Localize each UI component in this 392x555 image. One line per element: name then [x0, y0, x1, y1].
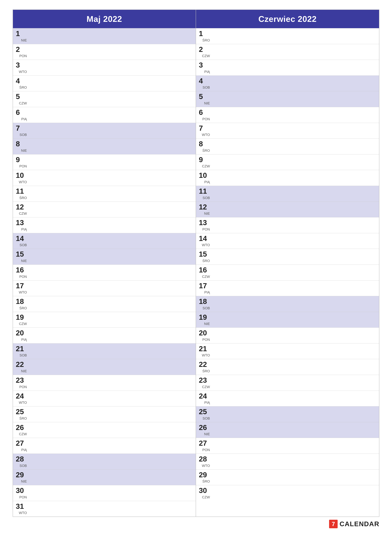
day-number: 27 — [16, 439, 27, 447]
day-row: 23PON — [13, 375, 196, 391]
day-number: 16 — [199, 266, 210, 274]
day-row: 2PON — [13, 44, 196, 60]
svg-text:7: 7 — [332, 521, 335, 527]
day-row: 7WTO — [196, 123, 379, 139]
day-number: 31 — [16, 502, 27, 510]
day-cell: 21SOB — [16, 345, 27, 358]
day-row: 11ŚRO — [13, 186, 196, 202]
day-cell: 28SOB — [16, 455, 27, 468]
day-number: 8 — [199, 140, 210, 148]
day-cell: 17WTO — [16, 282, 27, 295]
day-number: 24 — [16, 392, 27, 400]
may-header: Maj 2022 — [13, 10, 196, 28]
day-cell: 19NIE — [199, 313, 210, 326]
day-name: PIĄ — [204, 70, 210, 73]
day-number: 13 — [199, 219, 210, 227]
day-number: 10 — [199, 171, 210, 179]
day-name: ŚRO — [202, 259, 210, 263]
footer: 7 CALENDAR — [13, 517, 379, 528]
day-number: 26 — [16, 424, 27, 431]
day-name: SOB — [203, 196, 210, 200]
day-row: 21SOB — [13, 343, 196, 359]
day-number: 28 — [16, 455, 27, 463]
day-row: 18SOB — [196, 296, 379, 312]
day-number: 13 — [16, 219, 27, 227]
day-cell: 27PON — [199, 439, 210, 452]
day-number: 4 — [16, 77, 27, 85]
day-name: PIĄ — [21, 228, 27, 231]
day-name: PON — [19, 496, 27, 499]
day-number: 1 — [199, 29, 210, 38]
day-row: 25ŚRO — [13, 406, 196, 422]
day-name: CZW — [202, 165, 210, 168]
day-name: PON — [19, 54, 27, 58]
day-cell: 23PON — [16, 376, 27, 389]
day-cell: 6PIĄ — [16, 108, 27, 122]
day-name: PON — [19, 275, 27, 278]
day-number: 30 — [199, 487, 210, 495]
day-row: 14WTO — [196, 233, 379, 249]
day-name: ŚRO — [19, 86, 27, 89]
day-cell: 10PIĄ — [199, 171, 210, 184]
day-number: 2 — [16, 45, 27, 53]
day-row: 24PIĄ — [196, 391, 379, 406]
day-row: 26CZW — [13, 422, 196, 438]
day-number: 17 — [16, 282, 27, 290]
day-name: SOB — [20, 354, 27, 357]
day-row: 4SOB — [196, 75, 379, 91]
day-row: 3WTO — [13, 60, 196, 75]
day-row: 25SOB — [196, 406, 379, 422]
day-cell: 26NIE — [199, 424, 210, 437]
day-row: 10WTO — [13, 170, 196, 186]
day-cell: 3WTO — [16, 61, 27, 74]
day-number: 9 — [16, 156, 27, 164]
day-number: 9 — [199, 156, 210, 164]
day-name: WTO — [19, 401, 27, 404]
day-number: 16 — [16, 266, 27, 274]
day-row: 22NIE — [13, 359, 196, 375]
day-cell: 1ŚRO — [199, 29, 210, 43]
day-cell: 14SOB — [16, 234, 27, 248]
day-name: ŚRO — [19, 196, 27, 200]
day-name: NIE — [21, 480, 27, 483]
day-name: NIE — [204, 102, 210, 105]
day-name: SOB — [203, 86, 210, 89]
day-number: 5 — [199, 93, 210, 101]
day-name: NIE — [204, 322, 210, 326]
day-name: CZW — [19, 322, 27, 326]
day-row: 1ŚRO — [196, 28, 379, 44]
day-name: CZW — [202, 385, 210, 389]
day-row: 26NIE — [196, 422, 379, 438]
day-number: 2 — [199, 45, 210, 53]
day-name: ŚRO — [202, 149, 210, 152]
day-row: 8ŚRO — [196, 139, 379, 154]
day-name: CZW — [19, 102, 27, 105]
day-number: 7 — [16, 124, 27, 132]
day-cell: 31WTO — [16, 502, 27, 515]
day-name: PIĄ — [21, 338, 27, 341]
day-row: 18ŚRO — [13, 296, 196, 312]
day-row: 5CZW — [13, 91, 196, 107]
day-cell: 25ŚRO — [16, 408, 27, 421]
day-row: 30PON — [13, 485, 196, 501]
logo-text: CALENDAR — [340, 520, 379, 528]
day-number: 12 — [16, 203, 27, 211]
day-row: 12NIE — [196, 202, 379, 217]
day-row: 20PON — [196, 328, 379, 343]
day-number: 22 — [199, 360, 210, 368]
day-number: 6 — [199, 108, 210, 117]
day-name: SOB — [203, 417, 210, 420]
day-row: 14SOB — [13, 233, 196, 249]
day-number: 30 — [16, 487, 27, 495]
day-number: 8 — [16, 140, 27, 148]
day-number: 5 — [16, 93, 27, 101]
day-name: CZW — [202, 496, 210, 499]
day-name: NIE — [204, 212, 210, 215]
day-number: 20 — [199, 329, 210, 337]
day-row: 7SOB — [13, 123, 196, 139]
day-cell: 20PIĄ — [16, 329, 27, 342]
day-row: 21WTO — [196, 343, 379, 359]
day-cell: 22ŚRO — [199, 360, 210, 373]
day-row: 22ŚRO — [196, 359, 379, 375]
day-row: 30CZW — [196, 485, 379, 501]
